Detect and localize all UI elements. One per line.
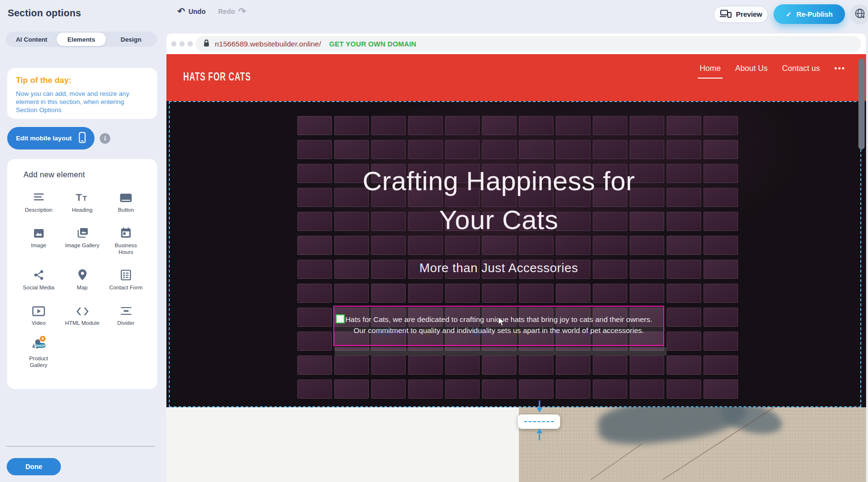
element-label: Button <box>118 207 134 213</box>
redo-button[interactable]: Redo ↷ <box>218 7 246 16</box>
app-root: Section options ↶ Undo Redo ↷ Preview ✓ … <box>0 0 868 482</box>
resize-dash <box>524 421 554 422</box>
element-label: Product Gallery <box>21 355 57 368</box>
site-nav: HomeAbout UsContact us••• <box>700 64 845 79</box>
element-video[interactable]: Video <box>17 303 60 326</box>
tab-elements[interactable]: Elements <box>57 33 106 46</box>
edit-mobile-label: Edit mobile layout <box>16 135 71 142</box>
browser-chrome: n1566589.websitebuilder.online/ GET YOUR… <box>166 34 866 54</box>
done-label: Done <box>25 463 42 471</box>
image-icon <box>33 225 45 239</box>
element-contact-form[interactable]: Contact Form <box>104 267 148 291</box>
element-business-hours[interactable]: Business Hours <box>104 225 148 255</box>
undo-button[interactable]: ↶ Undo <box>177 7 206 16</box>
element-hover-strip <box>335 347 667 356</box>
redo-label: Redo <box>218 8 235 15</box>
element-label: Social Media <box>23 284 55 291</box>
republish-button[interactable]: ✓ Re-Publish <box>774 4 845 24</box>
section-resize-handle[interactable] <box>518 414 560 429</box>
hero-subheading[interactable]: More than Just Accessories <box>166 261 831 275</box>
contact-form-icon <box>120 267 131 281</box>
element-map[interactable]: Map <box>60 267 104 291</box>
element-label: Image <box>31 242 47 249</box>
element-label: Contact Form <box>109 284 143 291</box>
devices-icon <box>720 10 732 19</box>
globe-icon <box>854 8 866 21</box>
get-domain-link[interactable]: GET YOUR OWN DOMAIN <box>329 40 416 48</box>
map-icon <box>78 267 87 281</box>
site-preview-window: n1566589.websitebuilder.online/ GET YOUR… <box>166 34 866 482</box>
image-gallery-icon <box>76 225 89 239</box>
element-product-gallery[interactable]: SHOPProduct Gallery <box>17 338 60 368</box>
element-description[interactable]: Description <box>17 190 60 213</box>
address-bar[interactable]: n1566589.websitebuilder.online/ GET YOUR… <box>196 36 861 52</box>
element-label: Map <box>77 284 87 291</box>
element-drag-handle[interactable] <box>336 314 345 323</box>
done-button[interactable]: Done <box>7 458 61 475</box>
html-module-icon <box>76 303 89 316</box>
element-label: Divider <box>117 320 135 326</box>
element-grid: DescriptionTTHeadingButtonImageImage Gal… <box>17 190 148 368</box>
floor-image <box>519 407 866 482</box>
element-html-module[interactable]: HTML Module <box>60 303 104 326</box>
svg-text:T: T <box>76 192 82 203</box>
element-social-media[interactable]: Social Media <box>17 267 60 291</box>
resize-arrow-up-icon <box>536 428 543 442</box>
language-globe-button[interactable] <box>850 4 868 24</box>
nav-item-about-us[interactable]: About Us <box>735 64 768 79</box>
hero-heading[interactable]: Crafting Happiness for Your Cats <box>166 161 831 239</box>
next-section[interactable] <box>166 407 866 482</box>
element-label: Description <box>25 207 53 213</box>
undo-icon: ↶ <box>177 7 185 16</box>
nav-item--[interactable]: ••• <box>834 64 845 79</box>
resize-arrow-down-icon <box>536 401 543 415</box>
site-url: n1566589.websitebuilder.online/ <box>215 40 321 48</box>
edit-mobile-layout-button[interactable]: Edit mobile layout <box>7 127 94 149</box>
info-icon[interactable]: i <box>100 133 110 144</box>
page-title: Section options <box>8 8 81 19</box>
sidebar-tabs: AI Content Elements Design <box>6 32 157 47</box>
tip-title: Tip of the day: <box>16 76 149 85</box>
description-icon <box>33 190 45 203</box>
undo-label: Undo <box>188 8 206 15</box>
heading-icon: TT <box>76 190 89 203</box>
tip-of-the-day-card: Tip of the day: Now you can add, move an… <box>7 68 157 119</box>
check-icon: ✓ <box>786 11 792 18</box>
product-gallery-icon: SHOP <box>29 338 48 352</box>
hero-section[interactable]: Crafting Happiness for Your Cats More th… <box>166 101 866 407</box>
element-label: Image Gallery <box>65 242 100 249</box>
preview-scrollbar[interactable] <box>858 58 865 149</box>
tab-ai-content[interactable]: AI Content <box>7 33 57 46</box>
add-element-title: Add new element <box>23 171 148 179</box>
business-hours-icon <box>120 225 131 239</box>
nav-item-contact-us[interactable]: Contact us <box>782 64 820 79</box>
element-label: Business Hours <box>108 242 144 255</box>
video-icon <box>32 303 45 316</box>
nav-item-home[interactable]: Home <box>700 64 721 79</box>
phone-icon <box>79 132 86 145</box>
svg-text:SHOP: SHOP <box>35 344 45 347</box>
element-label: Video <box>32 320 46 326</box>
element-button[interactable]: Button <box>104 190 148 213</box>
tab-design[interactable]: Design <box>106 33 156 46</box>
lock-icon <box>203 39 210 49</box>
sidebar-divider <box>6 446 155 447</box>
divider-icon <box>120 303 132 316</box>
element-image-gallery[interactable]: Image Gallery <box>60 225 104 255</box>
floor-grout-line-2 <box>590 444 642 480</box>
element-heading[interactable]: TTHeading <box>60 190 104 213</box>
element-divider[interactable]: Divider <box>104 303 148 326</box>
preview-label: Preview <box>736 11 762 18</box>
tip-body: Now you can add, move and resize any ele… <box>16 90 141 114</box>
redo-icon: ↷ <box>238 7 246 16</box>
element-label: Heading <box>72 207 93 213</box>
preview-button[interactable]: Preview <box>714 6 768 23</box>
site-logo[interactable]: HATS FOR CATS <box>183 70 251 83</box>
site-header: HATS FOR CATS HomeAbout UsContact us••• <box>166 54 866 101</box>
hero-background-tiles <box>297 116 738 399</box>
mouse-cursor <box>498 317 505 329</box>
button-icon <box>119 190 132 203</box>
add-element-panel: Add new element DescriptionTTHeadingButt… <box>7 159 157 389</box>
element-image[interactable]: Image <box>17 225 60 255</box>
social-media-icon <box>33 267 45 281</box>
